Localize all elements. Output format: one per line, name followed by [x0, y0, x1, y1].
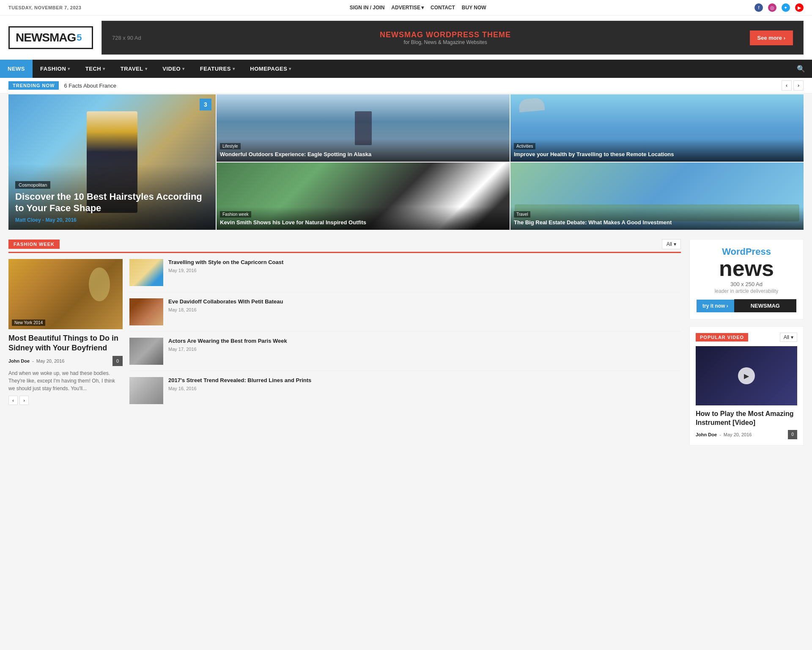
article-title-1[interactable]: Eve Davidoff Collaborates With Petit Bat… [168, 298, 681, 306]
article-title-0[interactable]: Travelling with Style on the Capricorn C… [168, 259, 681, 266]
section-header: FASHION WEEK All ▾ [8, 239, 681, 253]
instagram-icon[interactable]: ◎ [768, 3, 776, 12]
advertise-arrow-icon: ▾ [421, 5, 424, 11]
nav-features[interactable]: FEATURES ▾ [192, 60, 243, 78]
trending-prev-button[interactable]: ‹ [782, 80, 792, 91]
buynow-link[interactable]: BUY NOW [462, 5, 486, 11]
thumb-title-4: The Big Real Estate Debate: What Makes A… [514, 219, 800, 226]
popular-video-title[interactable]: How to Play the Most Amazing Instrument … [696, 410, 797, 427]
thumb-title-1: Wonderful Outdoors Experience: Eagle Spo… [220, 151, 506, 158]
ad-cta-button[interactable]: See more › [750, 30, 793, 45]
ad-banner: 728 x 90 Ad NEWSMAG WORDPRESS THEME for … [102, 21, 804, 55]
popular-video-header: POPULAR VIDEO All ▾ [696, 333, 797, 342]
fashion-week-section: FASHION WEEK All ▾ New York 2014 Most Be… [8, 239, 681, 446]
nav-video[interactable]: VIDEO ▾ [155, 60, 192, 78]
trending-badge: TRENDING NOW [8, 81, 59, 90]
youtube-icon[interactable]: ▶ [795, 3, 804, 12]
ad-center: NEWSMAG WORDPRESS THEME for Blog, News &… [380, 30, 511, 45]
article-date-1: May 18, 2016 [168, 307, 681, 312]
article-list: Travelling with Style on the Capricorn C… [129, 259, 681, 416]
travel-arrow-icon: ▾ [145, 66, 148, 71]
thumb-overlay-2: Activities Improve your Health by Travel… [510, 139, 804, 162]
hero-thumb-3[interactable]: Fashion week Kevin Smith Shows his Love … [217, 162, 510, 230]
top-bar: TUESDAY, NOVEMBER 7, 2023 SIGN IN / JOIN… [0, 0, 812, 16]
article-list-item: Travelling with Style on the Capricorn C… [129, 259, 681, 292]
featured-title[interactable]: Most Beautiful Things to Do in Sidney wi… [8, 333, 123, 353]
thumb-title-2: Improve your Health by Travelling to the… [514, 151, 800, 158]
article-list-item: Actors Are Wearing the Best from Paris W… [129, 338, 681, 371]
trending-text: 6 Facts About France [64, 83, 116, 89]
featured-article: New York 2014 Most Beautiful Things to D… [8, 259, 123, 416]
nav-tech[interactable]: TECH ▾ [78, 60, 113, 78]
nav-travel[interactable]: TRAVEL ▾ [113, 60, 155, 78]
thumb-overlay-3: Fashion week Kevin Smith Shows his Love … [217, 207, 510, 230]
contact-link[interactable]: CONTACT [431, 5, 455, 11]
hero-overlay: Cosmopolitan Discover the 10 Best Hairst… [8, 164, 216, 230]
thumb-overlay-4: Travel The Big Real Estate Debate: What … [510, 207, 804, 230]
hero-meta: Matt Cloey - May 20, 2016 [15, 217, 209, 223]
nav-homepages[interactable]: HOMEPAGES ▾ [242, 60, 299, 78]
nav-news[interactable]: NEWS [0, 60, 33, 78]
popular-video-comment-count[interactable]: 0 [788, 430, 797, 439]
hero-row-1: Lifestyle Wonderful Outdoors Experience:… [217, 94, 804, 162]
article-date-0: May 19, 2016 [168, 268, 681, 273]
article-date-2: May 17, 2016 [168, 347, 681, 352]
trending-bar: TRENDING NOW 6 Facts About France ‹ › [0, 78, 812, 94]
logo-text: NEWSMAG [16, 31, 76, 44]
wp-news-label: news [697, 257, 796, 279]
hero-thumb-2[interactable]: Activities Improve your Health by Travel… [510, 94, 804, 162]
advertise-link[interactable]: ADVERTISE ▾ [391, 5, 424, 11]
ad-subtitle: for Blog, News & Magazine Websites [380, 39, 511, 45]
logo-num: 5 [77, 32, 82, 43]
tech-arrow-icon: ▾ [103, 66, 105, 71]
featured-date: May 20, 2016 [36, 358, 65, 364]
section-prev-button[interactable]: ‹ [8, 396, 18, 405]
section-next-button[interactable]: › [19, 396, 29, 405]
popular-video-author: John Doe [696, 432, 717, 437]
article-date-3: May 16, 2016 [168, 386, 681, 391]
search-icon[interactable]: 🔍 [790, 65, 812, 73]
sidebar: WordPress news 300 x 250 Ad leader in ar… [689, 239, 804, 446]
article-info-0: Travelling with Style on the Capricorn C… [168, 259, 681, 286]
wp-ad-sub: leader in article deliverability [697, 288, 796, 294]
ad-title: NEWSMAG WORDPRESS THEME [380, 30, 511, 39]
thumb-cat-1: Lifestyle [220, 143, 241, 149]
featured-excerpt: And when we woke up, we had these bodies… [8, 369, 123, 392]
featured-comment-count[interactable]: 0 [112, 356, 123, 366]
nav-fashion[interactable]: FASHION ▾ [33, 60, 78, 78]
popular-video-thumbnail[interactable]: ▶ [696, 346, 797, 405]
main-content-area: FASHION WEEK All ▾ New York 2014 Most Be… [0, 231, 812, 446]
popular-filter-dropdown[interactable]: All ▾ [780, 333, 797, 342]
trending-next-button[interactable]: › [793, 80, 804, 91]
hero-date: May 20, 2016 [45, 217, 76, 223]
featured-author: John Doe [8, 358, 30, 364]
social-links: f ◎ ✦ ▶ [754, 3, 804, 12]
hero-row-2: Fashion week Kevin Smith Shows his Love … [217, 162, 804, 230]
article-thumb-0[interactable] [129, 259, 163, 286]
logo[interactable]: NEWSMAG 5 [8, 26, 93, 49]
article-thumb-3[interactable] [129, 377, 163, 404]
hero-thumb-grid: Lifestyle Wonderful Outdoors Experience:… [217, 94, 804, 230]
hero-title: Discover the 10 Best Hairstyles Accordin… [15, 191, 209, 214]
wp-cta-button[interactable]: try it now › [697, 300, 734, 312]
popular-badge: POPULAR VIDEO [696, 333, 748, 342]
article-list-item: 2017's Street Trend Revealed: Blurred Li… [129, 377, 681, 410]
facebook-icon[interactable]: f [754, 3, 763, 12]
article-title-3[interactable]: 2017's Street Trend Revealed: Blurred Li… [168, 377, 681, 384]
section-filter-dropdown[interactable]: All ▾ [662, 239, 681, 249]
article-thumb-2[interactable] [129, 338, 163, 365]
article-thumb-1[interactable] [129, 298, 163, 325]
play-icon[interactable]: ▶ [738, 367, 755, 384]
hero-thumb-1[interactable]: Lifestyle Wonderful Outdoors Experience:… [217, 94, 510, 162]
thumb-cat-4: Travel [514, 211, 530, 218]
featured-meta: John Doe - May 20, 2016 0 [8, 356, 123, 366]
article-info-2: Actors Are Wearing the Best from Paris W… [168, 338, 681, 365]
hero-main-article[interactable]: 3 Cosmopolitan Discover the 10 Best Hair… [8, 94, 216, 230]
top-nav: SIGN IN / JOIN ADVERTISE ▾ CONTACT BUY N… [350, 5, 486, 11]
hero-thumb-4[interactable]: Travel The Big Real Estate Debate: What … [510, 162, 804, 230]
signin-link[interactable]: SIGN IN / JOIN [350, 5, 385, 11]
twitter-icon[interactable]: ✦ [782, 3, 790, 12]
featured-article-image[interactable]: New York 2014 [8, 259, 123, 329]
article-title-2[interactable]: Actors Are Wearing the Best from Paris W… [168, 338, 681, 345]
features-arrow-icon: ▾ [233, 66, 235, 71]
